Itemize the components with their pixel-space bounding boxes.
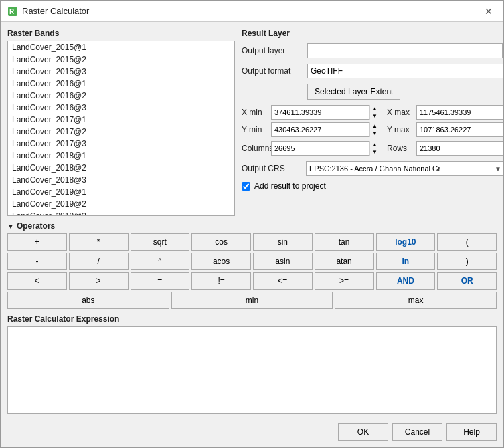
crs-select-wrapper: EPSG:2136 - Accra / Ghana National Gr ▼ (306, 161, 503, 176)
list-item[interactable]: LandCover_2017@2 (8, 126, 234, 138)
bottom-buttons: OK Cancel Help (7, 419, 497, 441)
ok-button[interactable]: OK (338, 423, 388, 441)
crs-select[interactable]: EPSG:2136 - Accra / Ghana National Gr (306, 161, 503, 176)
operator-row: absminmax (7, 292, 497, 309)
operator-button-__[interactable]: >= (315, 272, 374, 290)
operator-button-__[interactable]: != (191, 272, 251, 290)
operator-button-tan[interactable]: tan (315, 233, 374, 251)
operator-button-acos[interactable]: acos (191, 253, 251, 270)
operator-button-__[interactable]: <= (253, 272, 313, 290)
list-item[interactable]: LandCover_2016@2 (8, 90, 234, 102)
list-item[interactable]: LandCover_2018@1 (8, 150, 234, 162)
xmax-item: X max ▲ ▼ (387, 105, 503, 120)
operator-button-cos[interactable]: cos (191, 233, 251, 251)
operator-button-_[interactable]: > (69, 272, 129, 290)
operators-grid: +*sqrtcossintanlog10(-/^acosasinatanln)<… (7, 233, 497, 309)
top-panels: Raster Bands LandCover_2015@1LandCover_2… (7, 29, 497, 216)
list-item[interactable]: LandCover_2015@1 (8, 41, 234, 53)
ymin-down[interactable]: ▼ (370, 130, 380, 137)
operator-button-min[interactable]: min (171, 292, 333, 309)
xmin-item: X min ▲ ▼ (242, 105, 380, 120)
ymin-spin: ▲ ▼ (271, 122, 380, 137)
rows-spin: ▲ ▼ (416, 141, 503, 156)
operator-button-_[interactable]: / (69, 253, 129, 270)
xmin-up[interactable]: ▲ (370, 105, 380, 112)
ymin-input[interactable] (272, 123, 369, 136)
help-button[interactable]: Help (446, 423, 497, 441)
left-panel: Raster Bands LandCover_2015@1LandCover_2… (7, 29, 235, 216)
main-content: Raster Bands LandCover_2015@1LandCover_2… (1, 22, 503, 447)
output-layer-input[interactable] (307, 43, 503, 58)
ymin-label: Y min (242, 125, 268, 134)
operator-button-sin[interactable]: sin (253, 233, 313, 251)
xmax-input[interactable] (417, 106, 503, 119)
add-result-row: Add result to project (242, 181, 503, 191)
columns-input[interactable] (272, 142, 369, 155)
operators-title-text: Operators (17, 221, 55, 231)
columns-item: Columns ▲ ▼ (242, 141, 380, 156)
operator-button-max[interactable]: max (335, 292, 497, 309)
raster-bands-title: Raster Bands (7, 29, 235, 38)
xmin-spin: ▲ ▼ (271, 105, 380, 120)
operator-button-atan[interactable]: atan (315, 253, 374, 270)
list-item[interactable]: LandCover_2019@1 (8, 186, 234, 198)
svg-text:R: R (9, 8, 15, 15)
operator-button-_[interactable]: ) (437, 253, 497, 270)
columns-up[interactable]: ▲ (370, 141, 380, 148)
columns-down[interactable]: ▼ (370, 148, 380, 156)
operator-button-ln[interactable]: ln (376, 253, 436, 270)
coord-grid: X min ▲ ▼ X max (242, 105, 503, 137)
cols-rows-row: Columns ▲ ▼ Rows (242, 141, 503, 156)
ymin-up[interactable]: ▲ (370, 122, 380, 130)
expression-title: Raster Calculator Expression (7, 314, 497, 324)
add-result-checkbox[interactable] (242, 182, 250, 191)
list-item[interactable]: LandCover_2015@2 (8, 53, 234, 66)
operator-row: +*sqrtcossintanlog10( (7, 233, 497, 251)
rows-input[interactable] (417, 142, 503, 155)
operator-button-abs[interactable]: abs (7, 292, 169, 309)
output-format-select-wrapper: GeoTIFFERDAS Imagine Images (.img)HFAGTi… (307, 64, 503, 78)
ymax-input[interactable] (417, 123, 503, 136)
ymax-item: Y max ▲ ▼ (387, 122, 503, 137)
close-button[interactable]: ✕ (481, 5, 497, 18)
operator-button-AND[interactable]: AND (376, 272, 436, 290)
list-item[interactable]: LandCover_2017@1 (8, 114, 234, 126)
list-item[interactable]: LandCover_2019@2 (8, 198, 234, 210)
list-item[interactable]: LandCover_2015@3 (8, 66, 234, 78)
output-format-label: Output format (242, 66, 302, 76)
operator-button-_[interactable]: + (7, 233, 67, 251)
result-layer-title: Result Layer (242, 29, 503, 38)
raster-bands-list[interactable]: LandCover_2015@1LandCover_2015@2LandCove… (7, 41, 235, 216)
ymin-item: Y min ▲ ▼ (242, 122, 380, 137)
selected-layer-extent-button[interactable]: Selected Layer Extent (307, 84, 400, 100)
rows-item: Rows ▲ ▼ (387, 141, 503, 156)
operator-button-log10[interactable]: log10 (376, 233, 436, 251)
operator-button-_[interactable]: ( (437, 233, 497, 251)
list-item[interactable]: LandCover_2017@3 (8, 138, 234, 150)
list-item[interactable]: LandCover_2018@3 (8, 174, 234, 186)
output-format-row: Output format GeoTIFFERDAS Imagine Image… (242, 64, 503, 78)
operator-button-_[interactable]: < (7, 272, 67, 290)
operators-title[interactable]: ▼ Operators (7, 221, 497, 231)
output-format-select[interactable]: GeoTIFFERDAS Imagine Images (.img)HFAGTi… (307, 64, 503, 78)
xmin-down[interactable]: ▼ (370, 112, 380, 120)
list-item[interactable]: LandCover_2016@1 (8, 78, 234, 90)
cancel-button[interactable]: Cancel (392, 423, 442, 441)
list-item[interactable]: LandCover_2018@2 (8, 162, 234, 174)
title-bar: R Raster Calculator ✕ (1, 1, 503, 22)
list-item[interactable]: LandCover_2019@3 (8, 210, 234, 216)
operator-button-_[interactable]: - (7, 253, 67, 270)
xmin-input[interactable] (272, 106, 369, 119)
rows-label: Rows (387, 144, 414, 153)
operator-button-_[interactable]: = (131, 272, 190, 290)
crs-row: Output CRS EPSG:2136 - Accra / Ghana Nat… (242, 161, 503, 176)
operator-button-_[interactable]: ^ (131, 253, 190, 270)
expression-textarea[interactable] (7, 326, 497, 414)
operator-button-OR[interactable]: OR (437, 272, 497, 290)
operators-section: ▼ Operators +*sqrtcossintanlog10(-/^acos… (7, 221, 497, 309)
xmax-spin: ▲ ▼ (416, 105, 503, 120)
operator-button-asin[interactable]: asin (253, 253, 313, 270)
list-item[interactable]: LandCover_2016@3 (8, 102, 234, 114)
operator-button-_[interactable]: * (69, 233, 129, 251)
operator-button-sqrt[interactable]: sqrt (131, 233, 190, 251)
